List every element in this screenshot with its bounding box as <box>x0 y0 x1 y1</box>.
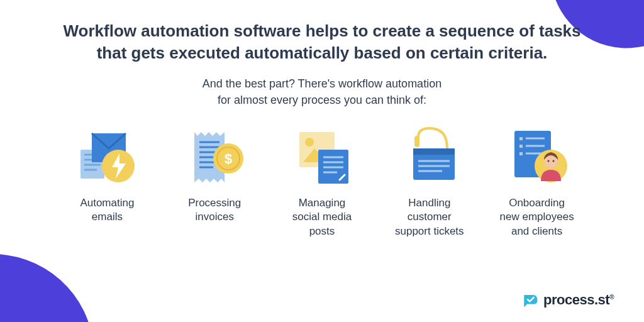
process-st-mark-icon <box>522 292 538 308</box>
checklist-person-icon <box>499 123 575 192</box>
svg-point-43 <box>552 160 554 162</box>
svg-rect-36 <box>519 145 523 148</box>
decorative-blob-bottom-left <box>0 250 107 322</box>
label-line: Onboarding <box>509 197 565 209</box>
email-lightning-icon <box>69 123 145 192</box>
card-processing-invoices: $ Processing invoices <box>164 123 265 238</box>
brand-logo: process.st® <box>522 292 614 308</box>
svg-rect-34 <box>519 137 523 140</box>
card-label: Managing social media posts <box>292 196 352 238</box>
label-line: Automating <box>80 197 134 209</box>
use-case-row: Automating emails $ <box>50 123 594 238</box>
brand-name: process.st® <box>543 292 614 308</box>
svg-rect-38 <box>519 152 523 155</box>
card-onboarding: Onboarding new employees and clients <box>486 123 587 238</box>
svg-rect-29 <box>413 148 455 155</box>
headline: Workflow automation software helps to cr… <box>50 20 594 64</box>
label-line: social media <box>292 211 352 223</box>
svg-point-18 <box>305 138 314 147</box>
subheadline-line1: And the best part? There's workflow auto… <box>203 77 441 90</box>
main-content: Workflow automation software helps to cr… <box>0 0 644 238</box>
card-label: Handling customer support tickets <box>395 196 464 238</box>
card-managing-social: Managing social media posts <box>272 123 373 238</box>
card-automating-emails: Automating emails <box>57 123 158 238</box>
label-line: new employees <box>500 211 574 223</box>
label-line: Handling <box>408 197 450 209</box>
label-line: customer <box>408 211 452 223</box>
card-label: Processing invoices <box>188 196 241 224</box>
invoice-dollar-icon: $ <box>177 123 252 192</box>
subheadline: And the best part? There's workflow auto… <box>50 75 594 108</box>
label-line: Processing <box>188 197 241 209</box>
label-line: support tickets <box>395 225 464 237</box>
label-line: posts <box>309 225 335 237</box>
headset-chat-icon <box>392 123 467 192</box>
brand-text: process.st <box>543 292 609 308</box>
card-label: Onboarding new employees and clients <box>500 196 574 238</box>
svg-text:$: $ <box>225 151 232 167</box>
label-line: emails <box>92 211 123 223</box>
card-support-tickets: Handling customer support tickets <box>379 123 480 238</box>
card-label: Automating emails <box>80 196 134 224</box>
photo-note-icon <box>284 123 360 192</box>
label-line: invoices <box>195 211 233 223</box>
label-line: Managing <box>299 197 346 209</box>
svg-rect-26 <box>414 136 419 147</box>
subheadline-line2: for almost every process you can think o… <box>218 94 426 106</box>
label-line: and clients <box>511 225 562 237</box>
svg-point-42 <box>547 160 549 162</box>
